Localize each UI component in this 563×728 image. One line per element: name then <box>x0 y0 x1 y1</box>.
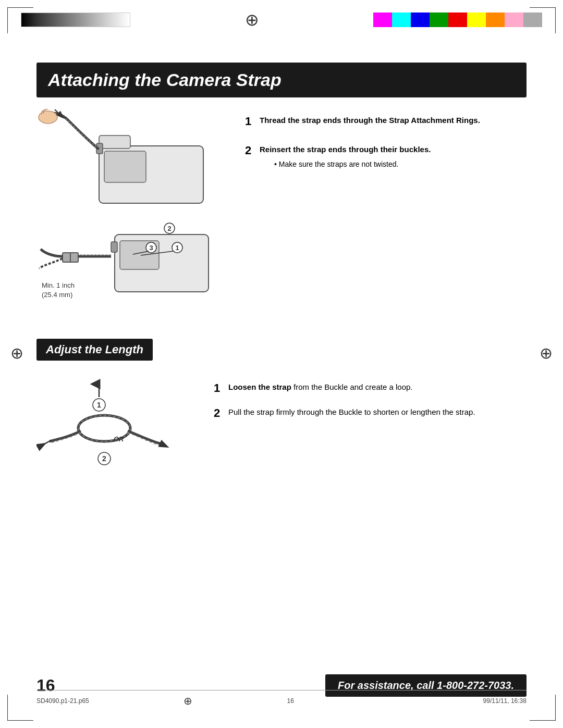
svg-text:3: 3 <box>149 244 153 252</box>
svg-text:1: 1 <box>175 244 179 252</box>
right-column: 1 Thread the strap ends through the Stra… <box>245 104 527 181</box>
step-1: 1 Thread the strap ends through the Stra… <box>245 115 527 128</box>
min-label-2: (25.4 mm) <box>42 290 75 300</box>
swatch-cyan <box>392 13 411 27</box>
step-3-number: 1 <box>214 381 224 395</box>
footer-page: 16 <box>287 697 293 705</box>
main-title-bar: Attaching the Camera Strap <box>36 63 527 97</box>
svg-text:OR: OR <box>114 435 124 443</box>
step-1-text: Thread the strap ends through the Strap … <box>260 115 480 127</box>
step-4: 2 Pull the strap firmly through the Buck… <box>214 406 527 420</box>
section-2-title-bar: Adjust the Length <box>36 339 153 361</box>
step-2-number: 2 <box>245 144 255 157</box>
svg-rect-2 <box>99 135 130 149</box>
swatch-yellow <box>467 13 486 27</box>
section-2-content: 1 OR 2 <box>36 376 527 472</box>
left-column: 2 3 1 Min. 1 inch (25.4 mm) <box>36 104 235 302</box>
footer-filename: SD4090.p1-21.p65 <box>36 697 89 705</box>
step-1-bold: Thread the strap ends through the Strap … <box>260 116 480 125</box>
svg-rect-1 <box>104 151 146 182</box>
step-2-text: Reinsert the strap ends through their bu… <box>260 144 431 170</box>
color-swatches <box>373 13 542 27</box>
svg-text:2: 2 <box>102 454 106 463</box>
step-4-number: 2 <box>214 406 224 420</box>
step-3: 1 Loosen the strap from the Buckle and c… <box>214 381 527 395</box>
illustration-loop: 1 OR 2 <box>36 376 203 472</box>
step-2: 2 Reinsert the strap ends through their … <box>245 144 527 170</box>
corner-border-br <box>530 695 556 721</box>
svg-rect-7 <box>111 242 117 252</box>
svg-text:1: 1 <box>97 401 101 409</box>
swatch-gray <box>523 13 542 27</box>
crosshair-top-center <box>241 9 262 30</box>
swatch-orange <box>486 13 505 27</box>
swatch-red <box>448 13 467 27</box>
top-bar <box>0 9 563 30</box>
content-area: 2 3 1 Min. 1 inch (25.4 mm) 1 Thread the… <box>36 104 527 665</box>
crosshair-left: ⊕ <box>10 344 23 362</box>
crosshair-right: ⊕ <box>540 344 553 362</box>
footer-date: 99/11/11, 16:38 <box>483 697 527 705</box>
step-1-number: 1 <box>245 115 255 128</box>
swatch-green <box>430 13 448 27</box>
illustration-buckle: 2 3 1 Min. 1 inch (25.4 mm) <box>36 219 214 302</box>
step-2-bold: Reinsert the strap ends through their bu… <box>260 145 431 154</box>
page-title: Attaching the Camera Strap <box>48 70 515 90</box>
step-3-rest: from the Buckle and create a loop. <box>291 382 413 391</box>
swatch-blue <box>411 13 430 27</box>
assistance-text: For assistance, call 1-800-272-7033. <box>338 680 514 691</box>
illustration-strap-attachment <box>36 104 214 208</box>
section-adjust-length: Adjust the Length <box>36 339 527 472</box>
footer-line: SD4090.p1-21.p65 ⊕ 16 99/11/11, 16:38 <box>36 690 527 707</box>
swatch-pink <box>505 13 523 27</box>
section-2-title: Adjust the Length <box>46 343 143 356</box>
section-2-steps: 1 Loosen the strap from the Buckle and c… <box>214 376 527 472</box>
step-4-text: Pull the strap firmly through the Buckle… <box>228 406 475 418</box>
step-3-text: Loosen the strap from the Buckle and cre… <box>228 381 413 393</box>
min-label-1: Min. 1 inch <box>42 281 75 290</box>
svg-text:2: 2 <box>167 225 171 232</box>
gradient-bar <box>21 13 130 27</box>
step-3-bold: Loosen the strap <box>228 382 291 391</box>
corner-border-bl <box>7 695 33 721</box>
step-2-bullet: • Make sure the straps are not twisted. <box>274 159 431 170</box>
swatch-magenta <box>373 13 392 27</box>
footer-crosshair: ⊕ <box>183 695 192 707</box>
